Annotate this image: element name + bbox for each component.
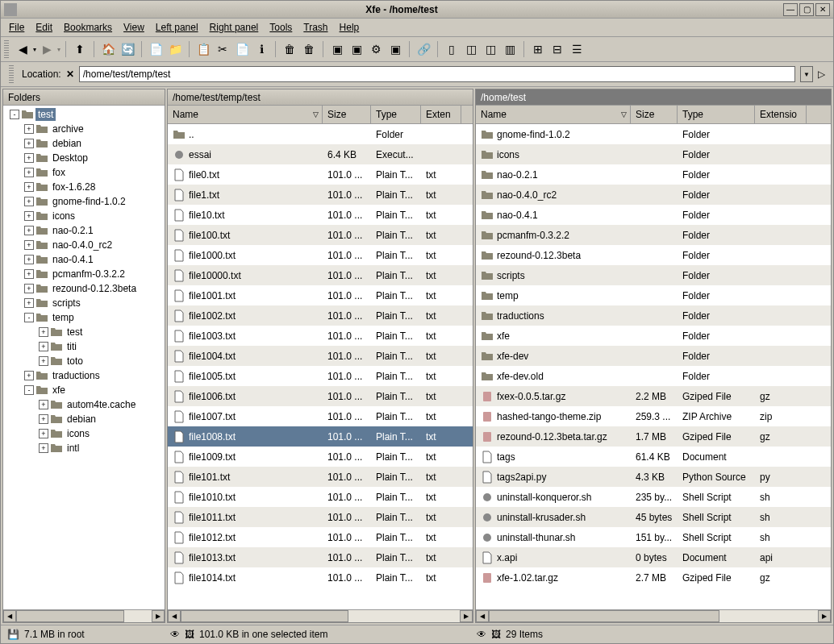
file-row[interactable]: file1006.txt101.0 ...Plain T...txt bbox=[168, 386, 473, 406]
menu-left-panel[interactable]: Left panel bbox=[156, 20, 198, 35]
file-row[interactable]: tempFolder bbox=[476, 285, 831, 305]
file-row[interactable]: file1007.txt101.0 ...Plain T...txt bbox=[168, 406, 473, 426]
file-row[interactable]: xfe-devFolder bbox=[476, 346, 831, 366]
paste-button[interactable]: 📄 bbox=[233, 40, 251, 58]
tree-item[interactable]: +test bbox=[5, 325, 163, 339]
file-row[interactable]: x.api0 bytesDocumentapi bbox=[476, 547, 831, 567]
mount-button[interactable]: ▣ bbox=[386, 40, 404, 58]
tree-item[interactable]: +titi bbox=[5, 339, 163, 354]
column-header[interactable]: Type bbox=[371, 106, 421, 123]
locbar-grip[interactable] bbox=[9, 65, 14, 83]
file-row[interactable]: file1008.txt101.0 ...Plain T...txt bbox=[168, 426, 473, 447]
trash-button[interactable]: 🗑 bbox=[281, 40, 298, 58]
file-row[interactable]: traductionsFolder bbox=[476, 305, 831, 326]
tree-expander[interactable]: - bbox=[10, 110, 19, 119]
tree-item[interactable]: +nao-0.4.1 bbox=[5, 252, 163, 267]
location-input[interactable] bbox=[79, 66, 795, 82]
copy-button[interactable]: 📋 bbox=[194, 40, 212, 58]
tree-item[interactable]: +nao-0.2.1 bbox=[5, 223, 163, 238]
menu-bookmarks[interactable]: Bookmarks bbox=[64, 20, 112, 35]
left-hscrollbar[interactable]: ◀▶ bbox=[168, 609, 473, 622]
column-header[interactable]: Type bbox=[678, 106, 755, 123]
cut-button[interactable]: ✂ bbox=[214, 40, 231, 58]
file-row[interactable]: file1011.txt101.0 ...Plain T...txt bbox=[168, 507, 473, 527]
tree-expander[interactable]: + bbox=[24, 226, 34, 235]
forward-button[interactable]: ▶ bbox=[38, 40, 56, 58]
tree-expander[interactable]: + bbox=[39, 443, 48, 453]
file-row[interactable]: file1013.txt101.0 ...Plain T...txt bbox=[168, 547, 473, 567]
tree-expander[interactable]: + bbox=[24, 197, 34, 206]
tree-expander[interactable]: + bbox=[39, 400, 48, 409]
run-button[interactable]: ▣ bbox=[348, 40, 365, 58]
right-hscrollbar[interactable]: ◀▶ bbox=[476, 609, 831, 622]
thumb-icon[interactable]: 🖼 bbox=[185, 629, 194, 640]
list-view-button[interactable]: ☰ bbox=[568, 40, 586, 58]
back-button[interactable]: ◀ bbox=[14, 40, 31, 58]
file-row[interactable]: file1009.txt101.0 ...Plain T...txt bbox=[168, 447, 473, 467]
file-row[interactable]: file10.txt101.0 ...Plain T...txt bbox=[168, 205, 473, 225]
close-button[interactable]: ✕ bbox=[815, 3, 830, 16]
column-header[interactable]: Extensio bbox=[755, 106, 807, 123]
tree-expander[interactable]: + bbox=[39, 429, 48, 438]
file-row[interactable]: nao-0.2.1Folder bbox=[476, 164, 831, 185]
tree-expander[interactable]: + bbox=[24, 139, 34, 148]
column-header[interactable]: Exten bbox=[421, 106, 461, 123]
file-row[interactable]: file1012.txt101.0 ...Plain T...txt bbox=[168, 527, 473, 547]
settings-button[interactable]: ⚙ bbox=[367, 40, 385, 58]
view-one-button[interactable]: ▯ bbox=[443, 40, 461, 58]
tree-expander[interactable]: + bbox=[24, 168, 34, 177]
file-row[interactable]: rezound-0.12.3betaFolder bbox=[476, 245, 831, 265]
tree-hscrollbar[interactable]: ◀▶ bbox=[3, 609, 165, 622]
tree-expander[interactable]: + bbox=[24, 269, 34, 279]
file-row[interactable]: file1000.txt101.0 ...Plain T...txt bbox=[168, 245, 473, 265]
tree-expander[interactable]: - bbox=[24, 313, 34, 322]
file-row[interactable]: file1.txt101.0 ...Plain T...txt bbox=[168, 185, 473, 205]
file-row[interactable]: ..Folder bbox=[168, 124, 473, 144]
tree-expander[interactable]: + bbox=[24, 240, 34, 250]
big-icons-button[interactable]: ⊞ bbox=[529, 40, 547, 58]
tree-item[interactable]: +debian bbox=[5, 412, 163, 426]
tree-item[interactable]: +icons bbox=[5, 426, 163, 441]
menu-tools[interactable]: Tools bbox=[269, 20, 292, 35]
file-row[interactable]: nao-0.4.0_rc2Folder bbox=[476, 185, 831, 205]
tree-item[interactable]: +Desktop bbox=[5, 151, 163, 165]
tree-item[interactable]: +fox bbox=[5, 165, 163, 180]
maximize-button[interactable]: ▢ bbox=[799, 3, 814, 16]
tree-item[interactable]: -test bbox=[5, 107, 163, 122]
refresh-button[interactable]: 🔄 bbox=[119, 40, 136, 58]
tree-item[interactable]: +icons bbox=[5, 209, 163, 223]
file-row[interactable]: file1005.txt101.0 ...Plain T...txt bbox=[168, 366, 473, 386]
tree-item[interactable]: +autom4te.cache bbox=[5, 397, 163, 412]
tree-item[interactable]: +pcmanfm-0.3.2.2 bbox=[5, 267, 163, 281]
right-file-list[interactable]: gnome-find-1.0.2FoldericonsFoldernao-0.2… bbox=[476, 124, 831, 609]
file-row[interactable]: file1001.txt101.0 ...Plain T...txt bbox=[168, 285, 473, 305]
file-row[interactable]: nao-0.4.1Folder bbox=[476, 205, 831, 225]
tree-item[interactable]: +archive bbox=[5, 122, 163, 136]
tree-expander[interactable]: + bbox=[39, 414, 48, 424]
menu-view[interactable]: View bbox=[123, 20, 144, 35]
tree-item[interactable]: +nao-0.4.0_rc2 bbox=[5, 238, 163, 252]
column-header[interactable]: Size bbox=[323, 106, 371, 123]
tree-item[interactable]: +rezound-0.12.3beta bbox=[5, 281, 163, 296]
location-dropdown-button[interactable]: ▼ bbox=[800, 66, 813, 82]
new-file-button[interactable]: 📄 bbox=[147, 40, 165, 58]
tree-expander[interactable]: + bbox=[24, 298, 34, 308]
file-row[interactable]: file1014.txt101.0 ...Plain T...txt bbox=[168, 567, 473, 588]
file-row[interactable]: file1002.txt101.0 ...Plain T...txt bbox=[168, 305, 473, 326]
file-row[interactable]: xfe-1.02.tar.gz2.7 MBGziped Filegz bbox=[476, 567, 831, 588]
column-header[interactable]: Size bbox=[631, 106, 678, 123]
tree-item[interactable]: -temp bbox=[5, 310, 163, 325]
tree-expander[interactable]: + bbox=[39, 342, 48, 351]
go-button[interactable]: ▷ bbox=[818, 69, 825, 80]
file-row[interactable]: rezound-0.12.3beta.tar.gz1.7 MBGziped Fi… bbox=[476, 426, 831, 447]
tree-expander[interactable]: + bbox=[24, 124, 34, 134]
column-header[interactable]: Name▽ bbox=[476, 106, 631, 123]
tree-item[interactable]: +traductions bbox=[5, 368, 163, 383]
file-row[interactable]: uninstall-thunar.sh151 by...Shell Script… bbox=[476, 527, 831, 547]
tree-expander[interactable]: + bbox=[24, 255, 34, 264]
view-tree-two-button[interactable]: ▥ bbox=[501, 40, 519, 58]
view-tree-button[interactable]: ◫ bbox=[462, 40, 480, 58]
file-row[interactable]: xfeFolder bbox=[476, 326, 831, 346]
small-icons-button[interactable]: ⊟ bbox=[548, 40, 566, 58]
thumb-icon-r[interactable]: 🖼 bbox=[491, 629, 501, 640]
